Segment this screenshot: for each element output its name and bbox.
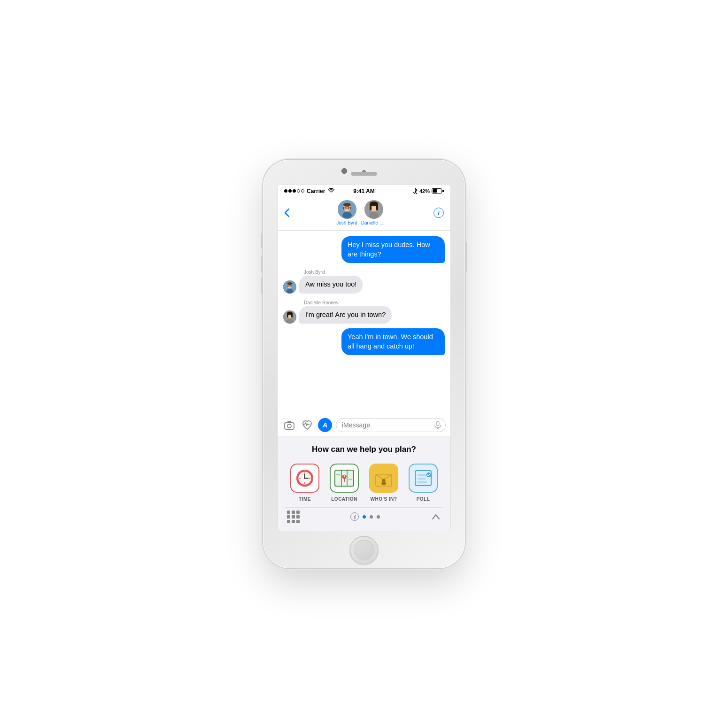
whosin-label: WHO'S IN? bbox=[371, 496, 397, 502]
danielle-msg-avatar bbox=[283, 310, 296, 324]
battery-icon bbox=[432, 188, 444, 194]
time-clock-icon bbox=[295, 468, 315, 488]
location-item[interactable]: LOCATION bbox=[330, 464, 359, 502]
josh-name: Josh Byrd bbox=[336, 220, 357, 225]
app-drawer: How can we help you plan? bbox=[278, 436, 450, 531]
signal-dot-1 bbox=[284, 189, 287, 193]
message-group-danielle: Danielle Rooney bbox=[283, 300, 445, 324]
home-button-inner bbox=[354, 540, 374, 560]
message-row-1: Hey I miss you dudes. How are things? bbox=[283, 236, 445, 263]
time-icon-box bbox=[290, 464, 319, 493]
location-label: LOCATION bbox=[331, 496, 357, 502]
message-input[interactable] bbox=[336, 418, 446, 432]
poll-label: POLL bbox=[417, 496, 430, 502]
time-label: TIME bbox=[299, 496, 311, 502]
bubble-3: I'm great! Are you in town? bbox=[299, 306, 392, 324]
danielle-name: Danielle Roo... bbox=[361, 220, 387, 225]
mic-icon bbox=[434, 421, 442, 429]
battery-percentage: 42% bbox=[419, 188, 430, 194]
josh-avatar bbox=[338, 200, 356, 219]
svg-point-41 bbox=[304, 477, 306, 479]
time-item[interactable]: TIME bbox=[290, 464, 319, 502]
svg-point-15 bbox=[287, 282, 293, 285]
bubble-with-avatar-3: I'm great! Are you in town? bbox=[283, 306, 392, 324]
status-bar: Carrier 9:41 AM 42% bbox=[278, 185, 450, 196]
svg-point-2 bbox=[343, 203, 351, 207]
status-left: Carrier bbox=[284, 187, 334, 194]
svg-rect-54 bbox=[418, 478, 426, 480]
bluetooth-icon bbox=[413, 188, 418, 194]
bubble-4: Yeah I'm in town. We should all hang and… bbox=[341, 328, 445, 355]
location-icon-box bbox=[330, 464, 359, 493]
page-dots bbox=[350, 512, 380, 521]
wifi-icon bbox=[328, 187, 334, 194]
camera-dot bbox=[341, 168, 347, 174]
page-dot-3[interactable] bbox=[377, 515, 380, 519]
home-button[interactable] bbox=[350, 537, 378, 564]
collapse-button[interactable] bbox=[431, 511, 441, 522]
svg-point-50 bbox=[382, 479, 386, 482]
speaker-grille bbox=[351, 172, 377, 176]
svg-point-27 bbox=[287, 424, 291, 428]
poll-icon-box bbox=[409, 464, 438, 493]
app-store-letter: A bbox=[323, 421, 328, 429]
bubble-2: Aw miss you too! bbox=[299, 276, 363, 294]
svg-point-51 bbox=[381, 481, 386, 485]
nav-person-danielle[interactable]: Danielle Roo... bbox=[361, 200, 387, 225]
svg-rect-55 bbox=[418, 481, 427, 483]
svg-rect-24 bbox=[291, 313, 293, 318]
info-button[interactable]: i bbox=[434, 208, 444, 218]
messages-area: Hey I miss you dudes. How are things? Jo… bbox=[278, 231, 450, 414]
signal-dot-4 bbox=[297, 189, 300, 193]
svg-point-12 bbox=[369, 212, 379, 218]
status-time: 9:41 AM bbox=[353, 188, 375, 194]
nav-bar: Josh Byrd bbox=[278, 196, 450, 231]
danielle-avatar bbox=[364, 200, 383, 219]
svg-point-46 bbox=[344, 475, 345, 477]
phone-screen: Carrier 9:41 AM 42% bbox=[277, 184, 451, 531]
message-input-wrapper bbox=[336, 418, 446, 432]
sender-danielle: Danielle Rooney bbox=[304, 300, 445, 305]
heartbeat-button[interactable] bbox=[300, 418, 314, 432]
signal-strength bbox=[284, 189, 304, 193]
whosin-item[interactable]: WHO'S IN? bbox=[369, 464, 398, 502]
status-right: 42% bbox=[413, 188, 444, 194]
bubble-1: Hey I miss you dudes. How are things? bbox=[341, 236, 445, 263]
message-row-3: I'm great! Are you in town? bbox=[283, 306, 445, 324]
svg-rect-11 bbox=[376, 204, 378, 210]
location-map-icon bbox=[333, 467, 355, 489]
camera-button[interactable] bbox=[282, 418, 296, 432]
svg-point-19 bbox=[287, 289, 293, 294]
whosin-icon-box bbox=[369, 464, 398, 493]
svg-rect-10 bbox=[370, 204, 372, 210]
carrier-name: Carrier bbox=[307, 188, 325, 194]
whosin-icon bbox=[374, 468, 394, 488]
drawer-title: How can we help you plan? bbox=[285, 445, 443, 454]
page-dot-1[interactable] bbox=[363, 515, 366, 519]
drawer-icons: TIME bbox=[285, 464, 443, 502]
phone-frame: Carrier 9:41 AM 42% bbox=[263, 160, 465, 568]
nav-avatars: Josh Byrd bbox=[290, 200, 434, 225]
svg-rect-23 bbox=[287, 313, 288, 318]
nav-person-josh[interactable]: Josh Byrd bbox=[336, 200, 357, 225]
svg-rect-28 bbox=[436, 421, 439, 426]
message-row-4: Yeah I'm in town. We should all hang and… bbox=[283, 328, 445, 355]
svg-point-6 bbox=[342, 212, 352, 218]
app-store-button[interactable]: A bbox=[318, 418, 332, 432]
clock-small-icon bbox=[350, 512, 359, 521]
bubble-with-avatar-2: Aw miss you too! bbox=[283, 276, 363, 294]
svg-rect-26 bbox=[285, 423, 294, 429]
signal-dot-3 bbox=[293, 189, 296, 193]
page-dot-2[interactable] bbox=[370, 515, 373, 519]
grid-apps-icon[interactable] bbox=[287, 511, 300, 523]
message-group-josh: Josh Byrd bbox=[283, 270, 445, 294]
svg-point-25 bbox=[287, 319, 293, 324]
message-row-2: Aw miss you too! bbox=[283, 276, 445, 294]
signal-dot-5 bbox=[301, 189, 304, 193]
poll-item[interactable]: POLL bbox=[409, 464, 438, 502]
input-bar: A bbox=[278, 414, 450, 436]
drawer-bottom-bar bbox=[285, 507, 443, 524]
back-button[interactable] bbox=[284, 208, 290, 217]
josh-msg-avatar bbox=[283, 280, 296, 294]
sender-josh: Josh Byrd bbox=[304, 270, 445, 275]
